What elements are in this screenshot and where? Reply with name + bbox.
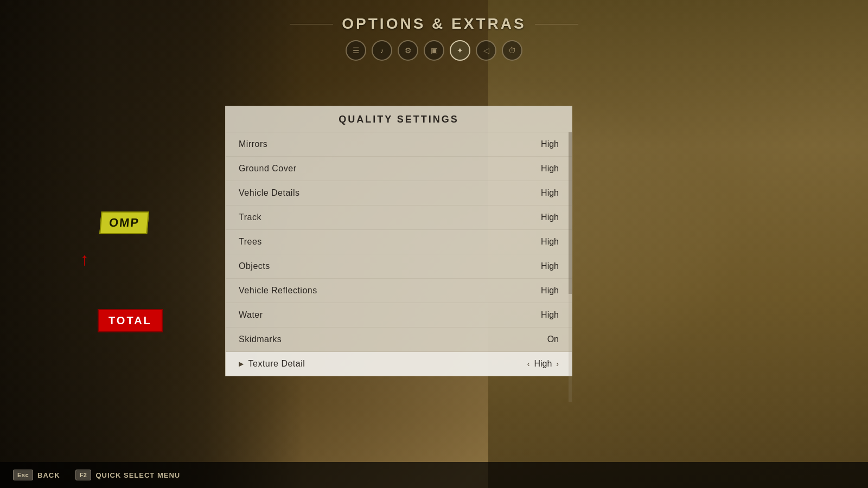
setting-label: Track xyxy=(239,213,261,222)
setting-value-text: High xyxy=(541,164,559,174)
controls-icon[interactable]: ⚙ xyxy=(398,40,418,61)
setting-value-text: High xyxy=(534,359,552,369)
key-badge: Esc xyxy=(13,470,33,480)
title-line-left xyxy=(290,24,333,24)
scroll-indicator[interactable] xyxy=(569,132,572,402)
setting-row[interactable]: MirrorsHigh xyxy=(226,132,572,157)
action-label: BACK xyxy=(37,471,60,479)
setting-value: ‹High› xyxy=(527,359,559,369)
setting-row[interactable]: Ground CoverHigh xyxy=(226,157,572,181)
header: OPTIONS & EXTRAS ☰♪⚙▣✦◁⏱ xyxy=(0,0,868,61)
value-right-arrow-icon[interactable]: › xyxy=(556,359,559,368)
setting-value: High xyxy=(541,139,559,149)
setting-value: High xyxy=(541,310,559,320)
key-badge: F2 xyxy=(75,470,92,480)
setting-label-text: Mirrors xyxy=(239,139,267,149)
setting-value-text: High xyxy=(541,310,559,320)
setting-value-text: High xyxy=(541,139,559,149)
bottom-action: EscBACK xyxy=(13,470,60,480)
setting-label: Vehicle Details xyxy=(239,188,299,198)
setting-row[interactable]: ▶Texture Detail‹High› xyxy=(226,352,572,376)
setting-row[interactable]: Vehicle DetailsHigh xyxy=(226,181,572,206)
setting-value: High xyxy=(541,188,559,198)
setting-row[interactable]: Vehicle ReflectionsHigh xyxy=(226,279,572,303)
setting-label: Mirrors xyxy=(239,139,267,149)
gamepad-icon[interactable]: ☰ xyxy=(346,40,366,61)
bottom-bar: EscBACKF2QUICK SELECT MENU xyxy=(0,462,868,488)
display-icon[interactable]: ▣ xyxy=(424,40,444,61)
title-line-right xyxy=(535,24,578,24)
scroll-thumb xyxy=(569,132,572,294)
setting-row[interactable]: TreesHigh xyxy=(226,230,572,254)
setting-label-text: Water xyxy=(239,310,263,320)
replay-icon[interactable]: ◁ xyxy=(476,40,496,61)
setting-value-text: High xyxy=(541,286,559,296)
setting-value: High xyxy=(541,164,559,174)
title-bar: OPTIONS & EXTRAS xyxy=(290,15,578,33)
setting-row[interactable]: ObjectsHigh xyxy=(226,254,572,279)
setting-label-text: Vehicle Reflections xyxy=(239,286,317,296)
setting-value-text: On xyxy=(547,335,559,344)
setting-value: On xyxy=(547,335,559,344)
extras-icon[interactable]: ⏱ xyxy=(502,40,522,61)
setting-label-text: Objects xyxy=(239,261,270,271)
settings-panel: QUALITY SETTINGS MirrorsHighGround Cover… xyxy=(225,106,572,376)
setting-label: Water xyxy=(239,310,263,320)
car-arrow: ↑ xyxy=(80,249,89,269)
nav-icons: ☰♪⚙▣✦◁⏱ xyxy=(346,40,522,61)
setting-value: High xyxy=(541,286,559,296)
total-badge: TOTAL xyxy=(98,309,163,332)
setting-row[interactable]: WaterHigh xyxy=(226,303,572,328)
setting-value-text: High xyxy=(541,261,559,271)
audio-icon[interactable]: ♪ xyxy=(372,40,392,61)
setting-value: High xyxy=(541,237,559,247)
setting-label-text: Texture Detail xyxy=(248,359,305,369)
setting-value: High xyxy=(541,213,559,222)
quality-icon[interactable]: ✦ xyxy=(450,40,470,61)
setting-label: ▶Texture Detail xyxy=(239,359,305,369)
panel-title: QUALITY SETTINGS xyxy=(226,106,572,132)
setting-label: Ground Cover xyxy=(239,164,297,174)
settings-list: MirrorsHighGround CoverHighVehicle Detai… xyxy=(226,132,572,376)
setting-label-text: Trees xyxy=(239,237,262,247)
setting-label: Skidmarks xyxy=(239,335,282,344)
setting-label-text: Ground Cover xyxy=(239,164,297,174)
action-label: QUICK SELECT MENU xyxy=(95,471,180,479)
setting-row[interactable]: SkidmarksOn xyxy=(226,328,572,352)
setting-label: Objects xyxy=(239,261,270,271)
setting-value-text: High xyxy=(541,237,559,247)
bottom-action: F2QUICK SELECT MENU xyxy=(75,470,181,480)
omp-badge: OMP xyxy=(99,211,149,234)
setting-row[interactable]: TrackHigh xyxy=(226,206,572,230)
expand-arrow-icon: ▶ xyxy=(239,360,244,368)
setting-label: Trees xyxy=(239,237,262,247)
value-left-arrow-icon[interactable]: ‹ xyxy=(527,359,530,368)
setting-value-text: High xyxy=(541,213,559,222)
setting-label-text: Track xyxy=(239,213,261,222)
setting-value-text: High xyxy=(541,188,559,198)
setting-label-text: Vehicle Details xyxy=(239,188,299,198)
setting-label: Vehicle Reflections xyxy=(239,286,317,296)
page-title: OPTIONS & EXTRAS xyxy=(342,15,526,33)
setting-value: High xyxy=(541,261,559,271)
setting-label-text: Skidmarks xyxy=(239,335,282,344)
